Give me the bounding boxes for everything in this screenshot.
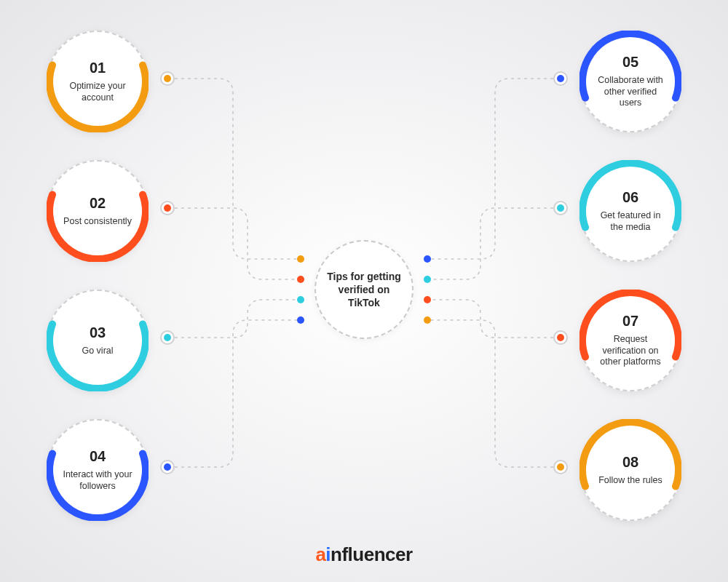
tip-number: 05 xyxy=(622,54,638,71)
hub-dot xyxy=(297,296,304,303)
tip-node-3: 03 Go viral xyxy=(47,290,149,391)
connector-dot xyxy=(553,201,568,215)
logo-part-a: a xyxy=(315,543,325,565)
brand-logo: ainfluencer xyxy=(0,543,728,566)
tip-node-6: 06 Get featured in the media xyxy=(579,160,681,262)
center-hub: Tips for getting verified on TikTok xyxy=(314,240,414,339)
connector-dot xyxy=(553,71,568,86)
tip-number: 01 xyxy=(90,60,106,76)
tip-node-5: 05 Collaborate with other verified users xyxy=(579,31,681,132)
connector-dot xyxy=(160,330,175,345)
tip-label: Get featured in the media xyxy=(590,210,671,233)
tip-node-2: 02 Post consistently xyxy=(47,160,149,262)
tip-label: Collaborate with other verified users xyxy=(590,75,671,109)
tip-node-7: 07 Request verification on other platfor… xyxy=(579,290,681,391)
tip-label: Request verification on other platforms xyxy=(590,334,671,368)
tip-label: Post consistently xyxy=(58,216,138,228)
tip-number: 02 xyxy=(90,195,106,212)
tip-number: 03 xyxy=(90,324,106,341)
connector-dot xyxy=(553,330,568,345)
tip-number: 07 xyxy=(622,313,638,330)
hub-dot xyxy=(424,255,431,263)
hub-dot xyxy=(297,316,304,324)
tip-number: 04 xyxy=(90,448,106,465)
logo-part-rest: nfluencer xyxy=(331,543,413,565)
tip-number: 06 xyxy=(622,189,638,206)
tip-label: Go viral xyxy=(76,346,119,357)
hub-dot xyxy=(424,296,431,303)
tip-number: 08 xyxy=(622,454,638,471)
connector-dot xyxy=(553,460,568,474)
hub-dot xyxy=(424,316,431,324)
tip-node-1: 01 Optimize your account xyxy=(47,31,149,132)
tip-label: Interact with your followers xyxy=(57,469,138,492)
connector-dot xyxy=(160,71,175,86)
hub-dot xyxy=(424,276,431,283)
connector-dot xyxy=(160,201,175,215)
connector-dot xyxy=(160,460,175,474)
center-title: Tips for getting verified on TikTok xyxy=(316,270,412,310)
hub-dot xyxy=(297,255,304,263)
tip-node-4: 04 Interact with your followers xyxy=(47,419,149,521)
hub-dot xyxy=(297,276,304,283)
tip-label: Follow the rules xyxy=(593,475,668,487)
tip-node-8: 08 Follow the rules xyxy=(579,419,681,521)
tip-label: Optimize your account xyxy=(57,81,138,103)
